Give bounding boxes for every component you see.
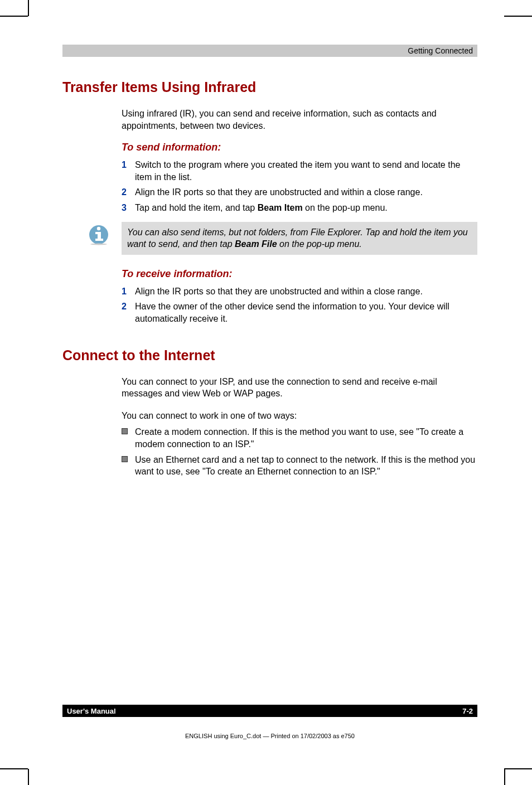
running-head-text: Getting Connected (408, 46, 473, 55)
svg-rect-4 (95, 239, 103, 241)
step-number: 1 (122, 285, 135, 298)
square-bullet-icon (122, 428, 128, 434)
note-callout: You can also send items, but not folders… (87, 222, 477, 255)
steps-send: 1 Switch to the program where you create… (122, 159, 477, 214)
step-text: Switch to the program where you created … (135, 159, 477, 183)
step-text: Align the IR ports so that they are unob… (135, 186, 477, 198)
list-item: 3 Tap and hold the item, and tap Beam It… (122, 202, 477, 214)
step-number: 3 (122, 202, 135, 214)
crop-mark (504, 16, 532, 17)
svg-rect-3 (98, 232, 101, 240)
steps-receive: 1 Align the IR ports so that they are un… (122, 285, 477, 325)
svg-point-1 (97, 226, 100, 230)
crop-mark (0, 768, 28, 769)
print-info-line: ENGLISH using Euro_C.dot — Printed on 17… (62, 733, 477, 739)
heading-transfer: Transfer Items Using Infrared (62, 79, 477, 95)
crop-mark (504, 769, 505, 785)
crop-mark (28, 0, 29, 16)
list-item: 1 Switch to the program where you create… (122, 159, 477, 183)
crop-mark (0, 16, 28, 17)
intro-transfer: Using infrared (IR), you can send and re… (122, 108, 477, 132)
intro-internet-2: You can connect to work in one of two wa… (122, 410, 477, 422)
step-number: 2 (122, 301, 135, 324)
subhead-receive: To receive information: (122, 268, 477, 280)
bullet-text: Use an Ethernet card and a net tap to co… (135, 454, 477, 478)
step-text: Have the owner of the other device send … (135, 301, 477, 324)
crop-mark (28, 769, 29, 785)
list-item: 1 Align the IR ports so that they are un… (122, 285, 477, 298)
square-bullet-icon (122, 456, 128, 462)
footer-left: User's Manual (67, 707, 116, 715)
list-item: 2 Have the owner of the other device sen… (122, 301, 477, 324)
crop-mark (504, 768, 532, 769)
footer-bar: User's Manual 7-2 (62, 705, 477, 717)
intro-internet-1: You can connect to your ISP, and use the… (122, 376, 477, 400)
note-box: You can also send items, but not folders… (122, 222, 477, 255)
step-text: Align the IR ports so that they are unob… (135, 285, 477, 298)
list-item: 2 Align the IR ports so that they are un… (122, 186, 477, 198)
running-header: Getting Connected (62, 45, 477, 57)
step-number: 2 (122, 186, 135, 198)
svg-point-5 (90, 243, 107, 245)
bullets-internet: Create a modem connection. If this is th… (122, 426, 477, 477)
footer-right: 7-2 (462, 707, 473, 715)
step-number: 1 (122, 159, 135, 183)
list-item: Create a modem connection. If this is th… (122, 426, 477, 450)
list-item: Use an Ethernet card and a net tap to co… (122, 454, 477, 478)
bullet-text: Create a modem connection. If this is th… (135, 426, 477, 450)
subhead-send: To send information: (122, 142, 477, 153)
step-text: Tap and hold the item, and tap Beam Item… (135, 202, 477, 214)
heading-internet: Connect to the Internet (62, 347, 477, 364)
info-icon (87, 222, 110, 245)
